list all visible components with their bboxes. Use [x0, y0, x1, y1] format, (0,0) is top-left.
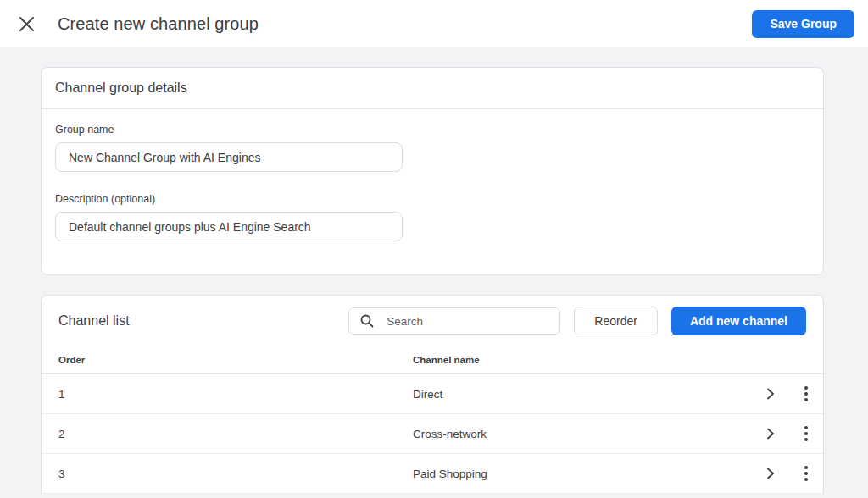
- group-name-label: Group name: [55, 124, 810, 136]
- row-channel-name: Cross-network: [413, 428, 757, 440]
- save-group-button[interactable]: Save Group: [752, 10, 854, 38]
- channel-table-body: 1 Direct 2 Cross-network: [42, 374, 823, 494]
- close-button[interactable]: [14, 11, 39, 36]
- expand-row-button[interactable]: [757, 380, 784, 407]
- close-icon: [19, 16, 35, 32]
- add-new-channel-button[interactable]: Add new channel: [671, 307, 806, 335]
- channel-list-title: Channel list: [58, 313, 130, 329]
- row-channel-name: Direct: [413, 388, 757, 401]
- search-icon: [360, 314, 374, 328]
- search-input[interactable]: [385, 314, 548, 329]
- row-menu-button[interactable]: [793, 460, 820, 487]
- row-menu-button[interactable]: [793, 420, 820, 447]
- channel-name-column-header: Channel name: [413, 355, 806, 365]
- details-card-title: Channel group details: [42, 68, 823, 109]
- chevron-right-icon: [765, 468, 776, 479]
- row-channel-name: Paid Shopping: [413, 468, 757, 480]
- order-column-header: Order: [58, 355, 413, 365]
- row-order: 2: [58, 428, 413, 440]
- kebab-menu-icon: [804, 466, 808, 481]
- kebab-menu-icon: [804, 386, 808, 401]
- chevron-right-icon: [765, 428, 776, 440]
- channel-group-details-card: Channel group details Group name Descrip…: [41, 67, 824, 275]
- expand-row-button[interactable]: [757, 460, 784, 487]
- chevron-right-icon: [765, 388, 776, 400]
- expand-row-button[interactable]: [757, 420, 784, 447]
- table-row[interactable]: 2 Cross-network: [42, 414, 823, 454]
- row-order: 3: [58, 468, 413, 480]
- reorder-button[interactable]: Reorder: [574, 307, 658, 335]
- channel-list-card: Channel list Reorder Add new channel Ord…: [41, 295, 824, 494]
- search-box[interactable]: [348, 307, 560, 335]
- description-input[interactable]: [55, 212, 403, 241]
- description-label: Description (optional): [55, 193, 810, 205]
- table-row[interactable]: 1 Direct: [42, 374, 823, 414]
- kebab-menu-icon: [804, 426, 808, 441]
- group-name-input[interactable]: [55, 142, 403, 172]
- main-content: Channel group details Group name Descrip…: [0, 47, 868, 494]
- top-bar: Create new channel group Save Group: [0, 0, 868, 47]
- table-header: Order Channel name: [42, 346, 823, 374]
- table-row[interactable]: 3 Paid Shopping: [42, 454, 823, 494]
- row-order: 1: [58, 388, 413, 401]
- row-menu-button[interactable]: [793, 380, 820, 407]
- page-title: Create new channel group: [58, 14, 259, 34]
